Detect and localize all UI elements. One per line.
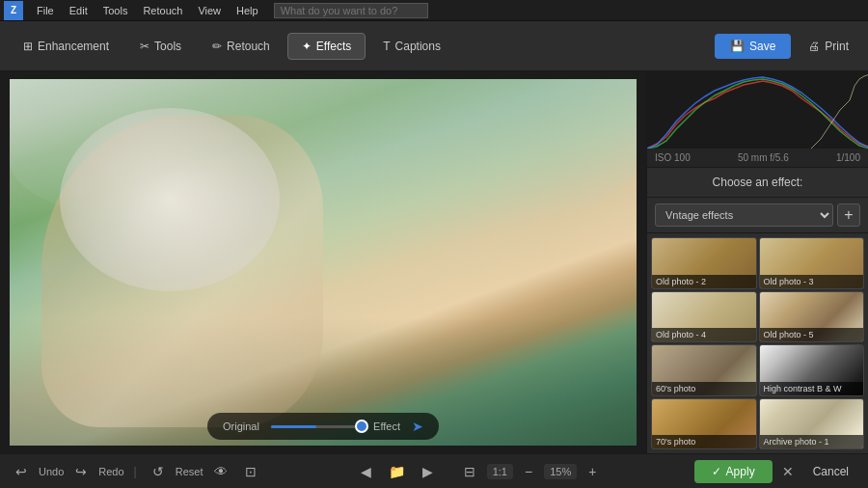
- effect-thumb-old5[interactable]: Old photo - 5: [759, 291, 865, 343]
- effect-thumb-label-70s: 70's photo: [652, 435, 756, 448]
- right-panel: ISO 100 50 mm f/5.6 1/100 Choose an effe…: [646, 71, 868, 453]
- lens-info: 50 mm f/5.6: [738, 152, 789, 163]
- effects-grid: Old photo - 2 Old photo - 3 Old photo - …: [647, 233, 868, 453]
- effect-thumb-60s[interactable]: 60's photo: [651, 344, 757, 396]
- zoom-out-button[interactable]: −: [519, 461, 538, 482]
- toolbar: ⊞ Enhancement ✂ Tools ✏ Retouch ✦ Effect…: [0, 21, 868, 71]
- photo-bg: [10, 79, 637, 446]
- add-effect-button[interactable]: +: [837, 203, 860, 227]
- shutter-info: 1/100: [836, 152, 860, 163]
- photo-info: ISO 100 50 mm f/5.6 1/100: [647, 149, 868, 168]
- menu-help[interactable]: Help: [229, 3, 266, 18]
- frame-button[interactable]: ⊟: [458, 461, 481, 482]
- effect-label: Effect: [373, 420, 400, 432]
- effect-arrow-icon: ➤: [412, 419, 423, 434]
- menu-tools[interactable]: Tools: [95, 3, 136, 18]
- reset-label: Reset: [176, 466, 203, 477]
- save-button[interactable]: 💾 Save: [715, 34, 791, 59]
- canvas-area[interactable]: Original Effect ➤: [0, 71, 646, 453]
- effect-thumb-70s[interactable]: 70's photo: [651, 398, 757, 450]
- menu-file[interactable]: File: [29, 3, 62, 18]
- tab-captions-label: Captions: [395, 40, 441, 53]
- tab-retouch[interactable]: ✏ Retouch: [199, 33, 284, 60]
- print-button[interactable]: 🖨 Print: [799, 34, 858, 59]
- save-icon: 💾: [730, 40, 745, 53]
- cancel-x-button[interactable]: ✕: [776, 461, 800, 482]
- zoom-in-button[interactable]: +: [583, 461, 602, 482]
- menu-view[interactable]: View: [190, 3, 229, 18]
- reset-icon[interactable]: ↺: [147, 461, 170, 482]
- menu-edit[interactable]: Edit: [62, 3, 95, 18]
- tab-captions[interactable]: T Captions: [369, 33, 454, 60]
- tab-tools-label: Tools: [154, 40, 181, 53]
- main-area: Original Effect ➤: [0, 71, 868, 453]
- menu-retouch[interactable]: Retouch: [135, 3, 190, 18]
- bottom-bar: ↩ Undo ↪ Redo | ↺ Reset 👁 ⊡ ◀ 📁 ▶ ⊟ 1:1 …: [0, 453, 868, 488]
- print-icon: 🖨: [808, 40, 820, 53]
- bottom-right: ✓ Apply ✕ Cancel: [694, 460, 858, 483]
- undo-label: Undo: [39, 466, 64, 477]
- print-label: Print: [825, 40, 849, 53]
- toolbar-actions: 💾 Save 🖨 Print: [715, 34, 858, 59]
- tools-icon: ✂: [140, 40, 149, 53]
- toolbar-tabs: ⊞ Enhancement ✂ Tools ✏ Retouch ✦ Effect…: [10, 33, 454, 60]
- bottom-center: ◀ 📁 ▶ ⊟ 1:1 − 15% +: [355, 461, 603, 482]
- headscarf: [60, 108, 280, 291]
- redo-button[interactable]: ↪: [69, 461, 93, 482]
- effect-thumb-label-old2: Old photo - 2: [652, 275, 756, 288]
- effect-thumb-label-old5: Old photo - 5: [760, 328, 864, 341]
- effect-slider[interactable]: [271, 425, 362, 428]
- slider-fill: [271, 425, 316, 428]
- zoom-percent-label: 15%: [544, 464, 577, 479]
- tab-enhancement[interactable]: ⊞ Enhancement: [10, 33, 122, 60]
- original-label: Original: [223, 420, 259, 432]
- photo-container: [10, 79, 637, 446]
- effects-icon: ✦: [302, 40, 312, 53]
- redo-label: Redo: [98, 466, 123, 477]
- effect-thumb-label-old3: Old photo - 3: [760, 275, 864, 288]
- prev-button[interactable]: ◀: [355, 461, 377, 482]
- undo-button[interactable]: ↩: [10, 461, 33, 482]
- histogram: [647, 71, 868, 149]
- eye-button[interactable]: 👁: [208, 461, 233, 482]
- bottom-left: ↩ Undo ↪ Redo | ↺ Reset 👁 ⊡: [10, 461, 262, 482]
- effect-thumb-label-60s: 60's photo: [652, 382, 756, 395]
- app-logo: Z: [4, 1, 23, 20]
- svg-rect-0: [647, 71, 868, 149]
- checkmark-icon: ✓: [712, 465, 721, 478]
- crop-button[interactable]: ⊡: [239, 461, 262, 482]
- slider-bar: Original Effect ➤: [207, 413, 439, 440]
- search-input[interactable]: [274, 3, 428, 18]
- effect-thumb-archive[interactable]: Archive photo - 1: [759, 398, 865, 450]
- tab-effects-label: Effects: [316, 40, 351, 53]
- effect-thumb-label-hcbw: High contrast B & W: [760, 382, 864, 395]
- effect-thumb-label-archive: Archive photo - 1: [760, 435, 864, 448]
- effect-category-select[interactable]: Vntage effects: [655, 203, 833, 227]
- tab-retouch-label: Retouch: [227, 40, 270, 53]
- tab-effects[interactable]: ✦ Effects: [287, 33, 366, 60]
- retouch-icon: ✏: [212, 40, 222, 53]
- menu-bar: Z File Edit Tools Retouch View Help: [0, 0, 868, 21]
- effect-select-row: Vntage effects +: [647, 198, 868, 233]
- cancel-button[interactable]: Cancel: [803, 460, 858, 483]
- browse-button[interactable]: 📁: [383, 461, 411, 482]
- save-label: Save: [749, 40, 775, 53]
- apply-button[interactable]: ✓ Apply: [694, 460, 773, 483]
- effect-thumb-old4[interactable]: Old photo - 4: [651, 291, 757, 343]
- tab-tools[interactable]: ✂ Tools: [126, 33, 195, 60]
- effect-thumb-hcbw[interactable]: High contrast B & W: [759, 344, 865, 396]
- apply-label: Apply: [726, 465, 755, 478]
- iso-info: ISO 100: [655, 152, 691, 163]
- histogram-chart: [647, 71, 868, 149]
- tab-enhancement-label: Enhancement: [38, 40, 109, 53]
- enhancement-icon: ⊞: [23, 40, 33, 53]
- panel-title: Choose an effect:: [647, 168, 868, 198]
- cancel-label: Cancel: [813, 465, 849, 478]
- zoom-1to1-label[interactable]: 1:1: [487, 464, 513, 479]
- captions-icon: T: [383, 40, 390, 53]
- effect-thumb-label-old4: Old photo - 4: [652, 328, 756, 341]
- next-button[interactable]: ▶: [417, 461, 439, 482]
- effect-thumb-old3[interactable]: Old photo - 3: [759, 237, 865, 289]
- slider-thumb[interactable]: [355, 420, 368, 433]
- effect-thumb-old2[interactable]: Old photo - 2: [651, 237, 757, 289]
